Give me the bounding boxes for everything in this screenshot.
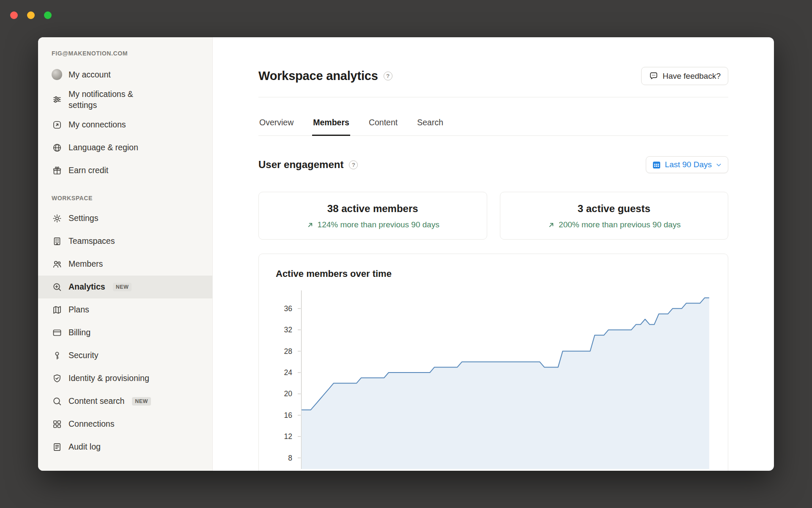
page-title: Workspace analytics: [258, 69, 378, 83]
workspace-section-label: WORKSPACE: [38, 195, 212, 202]
sidebar-item-settings[interactable]: Settings: [38, 207, 212, 230]
arrow-up-right-box-icon: [52, 119, 62, 130]
new-badge: NEW: [113, 283, 132, 291]
account-section: My account My notifications & settings M…: [38, 63, 212, 182]
arrow-up-right-icon: [306, 221, 314, 229]
sidebar-item-content-search[interactable]: Content search NEW: [38, 390, 212, 413]
sidebar-item-my-notifications-settings[interactable]: My notifications & settings: [38, 86, 212, 113]
engagement-header: User engagement ?: [258, 156, 728, 173]
sidebar-item-teamspaces[interactable]: Teamspaces: [38, 230, 212, 253]
y-axis-tick-label: 16: [284, 411, 292, 420]
account-email: FIG@MAKENOTION.COM: [38, 50, 212, 57]
analytics-page: Workspace analytics ? Have feedback? Ove…: [213, 37, 774, 471]
y-axis-tick-label: 24: [284, 368, 292, 377]
y-axis-labels: 363228242016128: [276, 290, 298, 469]
y-axis-tick-label: 12: [284, 432, 292, 441]
minimize-button[interactable]: [27, 11, 35, 19]
feedback-button-label: Have feedback?: [663, 72, 721, 81]
calendar-icon: [652, 160, 661, 169]
globe-icon: [52, 142, 62, 153]
sidebar-item-billing[interactable]: Billing: [38, 321, 212, 344]
chart-title: Active members over time: [276, 268, 711, 279]
key-icon: [52, 350, 62, 361]
sidebar-item-members[interactable]: Members: [38, 253, 212, 276]
stat-card-active-members: 38 active members 124% more than previou…: [258, 192, 487, 240]
settings-modal: FIG@MAKENOTION.COM My account My notific…: [38, 37, 774, 471]
sidebar-item-identity-provisioning[interactable]: Identity & provisioning: [38, 367, 212, 390]
y-axis-tick-label: 8: [288, 453, 292, 462]
gift-icon: [52, 165, 62, 176]
tab-search[interactable]: Search: [416, 118, 444, 136]
sidebar-item-security[interactable]: Security: [38, 344, 212, 367]
chart-card: Active members over time 363228242016128: [258, 254, 728, 471]
sidebar-item-earn-credit[interactable]: Earn credit: [38, 159, 212, 182]
sidebar-item-my-connections[interactable]: My connections: [38, 113, 212, 136]
sliders-icon: [52, 94, 62, 105]
sidebar-item-connections[interactable]: Connections: [38, 413, 212, 436]
building-icon: [52, 236, 62, 246]
stat-delta: 200% more than previous 90 days: [547, 220, 680, 229]
y-axis-tick-label: 36: [284, 304, 292, 313]
workspace-section: Settings Teamspaces Members Analytics NE…: [38, 207, 212, 458]
people-icon: [52, 259, 62, 269]
grid-icon: [52, 419, 62, 429]
tab-overview[interactable]: Overview: [258, 118, 294, 136]
y-axis-tick-label: 28: [284, 347, 292, 356]
sidebar-item-audit-log[interactable]: Audit log: [38, 436, 212, 458]
window-controls: [10, 11, 52, 19]
area-chart: [298, 290, 711, 469]
avatar: [52, 69, 62, 80]
search-icon: [52, 396, 62, 406]
speech-bubble-icon: [649, 71, 658, 81]
date-range-label: Last 90 Days: [665, 160, 712, 169]
credit-card-icon: [52, 327, 62, 338]
engagement-title: User engagement: [258, 159, 343, 171]
page-header: Workspace analytics ? Have feedback?: [258, 67, 728, 85]
y-axis-tick-label: 32: [284, 326, 292, 334]
zoom-button[interactable]: [44, 11, 52, 19]
tab-members[interactable]: Members: [312, 118, 350, 136]
help-icon[interactable]: ?: [384, 72, 392, 80]
analytics-tabs: OverviewMembersContentSearch: [258, 97, 728, 136]
stat-cards: 38 active members 124% more than previou…: [258, 192, 728, 240]
stat-value: 38 active members: [327, 203, 418, 215]
magnifier-plus-icon: [52, 282, 62, 292]
y-axis-tick-label: 20: [284, 389, 292, 398]
feedback-button[interactable]: Have feedback?: [641, 67, 728, 85]
active-members-chart: 363228242016128: [276, 290, 711, 469]
sidebar-item-my-account[interactable]: My account: [38, 63, 212, 86]
sidebar-item-analytics[interactable]: Analytics NEW: [38, 276, 212, 298]
shield-check-icon: [52, 373, 62, 384]
close-button[interactable]: [10, 11, 18, 19]
help-icon[interactable]: ?: [349, 160, 358, 169]
gear-icon: [52, 213, 62, 224]
sidebar-item-plans[interactable]: Plans: [38, 298, 212, 321]
audit-log-icon: [52, 442, 62, 452]
new-badge: NEW: [132, 397, 151, 406]
settings-sidebar: FIG@MAKENOTION.COM My account My notific…: [38, 37, 213, 471]
date-range-button[interactable]: Last 90 Days: [646, 156, 728, 173]
stat-delta: 124% more than previous 90 days: [306, 220, 439, 229]
arrow-up-right-icon: [547, 221, 555, 229]
tab-content[interactable]: Content: [368, 118, 398, 136]
map-icon: [52, 304, 62, 315]
chevron-down-icon: [716, 162, 722, 168]
stat-card-active-guests: 3 active guests 200% more than previous …: [500, 192, 729, 240]
stat-value: 3 active guests: [578, 203, 650, 215]
sidebar-item-language-region[interactable]: Language & region: [38, 136, 212, 159]
